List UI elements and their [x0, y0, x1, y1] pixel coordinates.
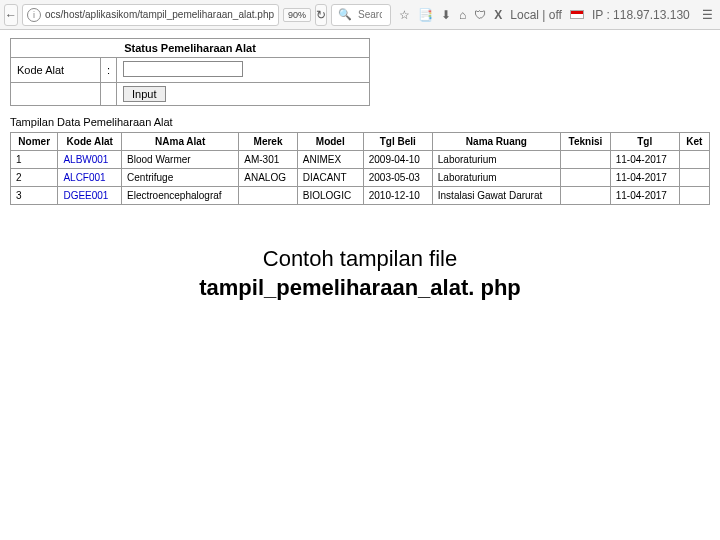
search-icon: 🔍 [338, 8, 352, 21]
local-status: Local | off [510, 8, 562, 22]
table-cell[interactable]: ALBW001 [58, 151, 122, 169]
form-title: Status Pemeliharaan Alat [11, 39, 370, 58]
browser-toolbar: ← i ocs/host/aplikasikom/tampil_pemeliha… [0, 0, 720, 30]
menu-hamburger-icon[interactable]: ☰ [698, 8, 717, 22]
table-cell: 11-04-2017 [610, 187, 679, 205]
table-cell [239, 187, 298, 205]
table-row: 1ALBW001Blood WarmerAM-301ANIMEX2009-04-… [11, 151, 710, 169]
zoom-level[interactable]: 90% [283, 8, 311, 22]
table-cell: 3 [11, 187, 58, 205]
caption-line2: tampil_pemeliharaan_alat. php [10, 274, 710, 303]
col-tgl: Tgl [610, 133, 679, 151]
table-cell [679, 187, 709, 205]
extension-x-icon[interactable]: X [494, 8, 502, 22]
table-cell: 1 [11, 151, 58, 169]
back-button[interactable]: ← [4, 4, 18, 26]
table-cell: 2009-04-10 [363, 151, 432, 169]
table-cell: 2 [11, 169, 58, 187]
table-cell [679, 151, 709, 169]
table-cell: Laboraturium [432, 151, 560, 169]
info-icon: i [27, 8, 41, 22]
table-cell: 2010-12-10 [363, 187, 432, 205]
ip-label: IP : 118.97.13.130 [592, 8, 690, 22]
data-table: Nomer Kode Alat NAma Alat Merek Model Tg… [10, 132, 710, 205]
col-model: Model [297, 133, 363, 151]
home-icon[interactable]: ⌂ [459, 8, 466, 22]
table-header-row: Nomer Kode Alat NAma Alat Merek Model Tg… [11, 133, 710, 151]
bookmark-star-icon[interactable]: ☆ [399, 8, 410, 22]
caption-line1: Contoh tampilan file [10, 245, 710, 274]
url-bar[interactable]: i ocs/host/aplikasikom/tampil_pemelihara… [22, 4, 279, 26]
col-merek: Merek [239, 133, 298, 151]
status-form-table: Status Pemeliharaan Alat Kode Alat : Inp… [10, 38, 370, 106]
table-cell [561, 187, 611, 205]
col-nomer: Nomer [11, 133, 58, 151]
col-ket: Ket [679, 133, 709, 151]
table-cell[interactable]: DGEE001 [58, 187, 122, 205]
separator: : [101, 58, 117, 83]
table-cell: 2003-05-03 [363, 169, 432, 187]
table-cell: BIOLOGIC [297, 187, 363, 205]
table-row: 2ALCF001CentrifugeANALOGDIACANT2003-05-0… [11, 169, 710, 187]
input-button[interactable]: Input [123, 86, 165, 102]
col-kode-alat: Kode Alat [58, 133, 122, 151]
table-cell: Electroencephalograf [122, 187, 239, 205]
toolbar-icons: ☆ 📑 ⬇ ⌂ 🛡 X Local | off IP : 118.97.13.1… [395, 8, 720, 22]
caption: Contoh tampilan file tampil_pemeliharaan… [10, 245, 710, 302]
col-tgl-beli: Tgl Beli [363, 133, 432, 151]
table-cell: Centrifuge [122, 169, 239, 187]
flag-icon [570, 10, 584, 19]
url-text: ocs/host/aplikasikom/tampil_pemeliharaan… [45, 9, 274, 20]
col-teknisi: Teknisi [561, 133, 611, 151]
col-nama-alat: NAma Alat [122, 133, 239, 151]
kode-alat-label: Kode Alat [11, 58, 101, 83]
table-cell[interactable]: ALCF001 [58, 169, 122, 187]
table-row: 3DGEE001ElectroencephalografBIOLOGIC2010… [11, 187, 710, 205]
download-arrow-icon[interactable]: ⬇ [441, 8, 451, 22]
table-cell: DIACANT [297, 169, 363, 187]
table-cell: Instalasi Gawat Darurat [432, 187, 560, 205]
search-bar[interactable]: 🔍 [331, 4, 391, 26]
reload-button[interactable]: ↻ [315, 4, 327, 26]
table-cell [561, 151, 611, 169]
table-cell: 11-04-2017 [610, 151, 679, 169]
table-cell: AM-301 [239, 151, 298, 169]
table-cell [679, 169, 709, 187]
kode-alat-input[interactable] [123, 61, 243, 77]
page-content: Status Pemeliharaan Alat Kode Alat : Inp… [0, 30, 720, 302]
col-nama-ruang: Nama Ruang [432, 133, 560, 151]
search-input[interactable] [356, 8, 384, 21]
table-cell [561, 169, 611, 187]
shield-icon[interactable]: 🛡 [474, 8, 486, 22]
subtitle: Tampilan Data Pemeliharaan Alat [10, 116, 710, 128]
table-cell: ANALOG [239, 169, 298, 187]
table-cell: Laboraturium [432, 169, 560, 187]
reading-list-icon[interactable]: 📑 [418, 8, 433, 22]
table-cell: ANIMEX [297, 151, 363, 169]
table-cell: Blood Warmer [122, 151, 239, 169]
table-cell: 11-04-2017 [610, 169, 679, 187]
